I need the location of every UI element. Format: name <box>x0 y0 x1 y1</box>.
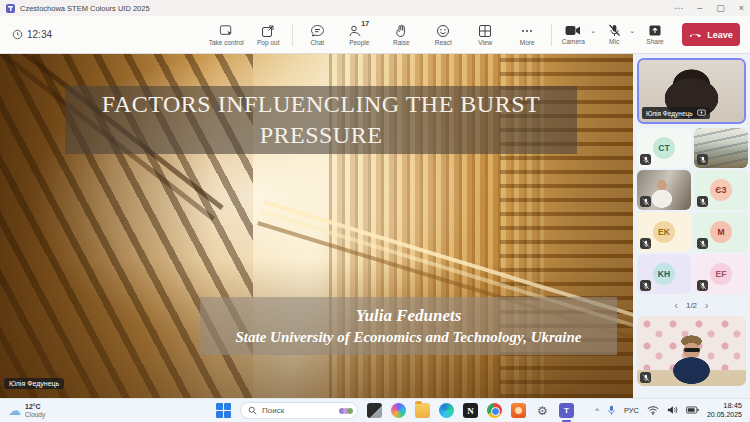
mic-chevron-icon[interactable]: ⌄ <box>629 27 635 35</box>
clock-icon <box>12 29 23 40</box>
participant-avatar: EK <box>653 221 675 243</box>
raise-hand-button[interactable]: Raise <box>381 24 421 46</box>
pagination-next-icon[interactable]: › <box>705 300 708 311</box>
minimize-icon[interactable]: – <box>697 3 702 13</box>
glasses-decor <box>684 348 700 352</box>
view-button[interactable]: View <box>465 24 505 46</box>
participant-tile[interactable]: CT <box>637 128 691 168</box>
sharer-name-badge: Юлія Федунець <box>4 378 64 389</box>
participant-avatar: EF <box>710 263 732 285</box>
react-button[interactable]: React <box>423 24 463 46</box>
self-video <box>637 316 746 386</box>
share-button[interactable]: Share <box>638 24 672 45</box>
titlebar-more-icon[interactable]: ⋯ <box>674 3 683 13</box>
tray-mic-icon[interactable] <box>607 405 616 416</box>
mic-off-badge <box>640 238 651 249</box>
take-control-button[interactable]: Take control <box>206 24 246 46</box>
self-view-tile[interactable] <box>637 316 746 386</box>
mic-off-badge <box>640 196 651 207</box>
participant-tile[interactable]: ЄЗ <box>694 170 748 210</box>
chat-icon <box>310 24 325 38</box>
cloud-icon: ☁ <box>8 403 21 418</box>
more-button[interactable]: More <box>507 24 547 46</box>
meeting-timer: 12:34 <box>12 29 52 40</box>
react-smiley-icon <box>436 24 450 38</box>
pop-out-button[interactable]: Pop out <box>248 24 288 46</box>
participant-tile[interactable]: M <box>694 212 748 252</box>
search-input[interactable]: Поиск <box>240 402 358 419</box>
speaker-icon[interactable] <box>667 405 678 415</box>
search-icon <box>248 406 257 415</box>
pagination-prev-icon[interactable]: ‹ <box>675 300 678 311</box>
start-button[interactable] <box>216 403 231 418</box>
slide-title: FACTORS INFLUENCLING THE BURST PRESSURE <box>65 86 577 154</box>
participant-tile[interactable]: EF <box>694 254 748 294</box>
participant-avatar: KH <box>653 263 675 285</box>
presenter-name: Yulia Fedunets <box>200 306 617 326</box>
presenting-icon <box>697 109 706 117</box>
edge-browser-icon[interactable] <box>439 403 454 418</box>
pagination-label: 1/2 <box>686 301 697 310</box>
task-view-icon[interactable] <box>367 403 382 418</box>
meeting-title: Czestochowa STEM Colours UID 2025 <box>20 4 150 13</box>
battery-icon[interactable] <box>686 406 699 414</box>
leave-button[interactable]: Leave <box>682 23 740 46</box>
camera-icon <box>565 24 581 37</box>
people-count-badge: 17 <box>361 20 369 27</box>
restore-icon[interactable]: ▢ <box>716 3 725 13</box>
copilot-icon[interactable] <box>391 403 406 418</box>
mic-muted-icon <box>608 24 621 37</box>
speaker-name-label: Юлія Федунець <box>642 107 710 119</box>
participants-pagination: ‹ 1/2 › <box>633 298 750 312</box>
mic-off-badge <box>640 280 651 291</box>
notion-icon[interactable]: N <box>463 403 478 418</box>
mic-off-badge <box>697 196 708 207</box>
meeting-toolbar: 12:34 Take control Pop out Chat 17 <box>0 16 750 54</box>
window-titlebar: Czestochowa STEM Colours UID 2025 ⋯ – ▢ … <box>0 0 750 16</box>
people-icon <box>348 24 362 38</box>
take-control-icon <box>219 24 234 38</box>
chat-button[interactable]: Chat <box>297 24 337 46</box>
pop-out-icon <box>261 24 275 38</box>
teams-taskbar-icon[interactable]: T <box>559 403 574 418</box>
participant-avatar: ЄЗ <box>710 179 732 201</box>
teams-logo-icon <box>6 4 15 13</box>
participant-avatar: CT <box>653 137 675 159</box>
search-highlight-icon <box>341 408 353 414</box>
close-icon[interactable]: × <box>739 3 744 13</box>
participant-avatar: M <box>710 221 732 243</box>
presenter-affiliation: State University of Economics and Techno… <box>200 329 617 346</box>
view-grid-icon <box>478 24 492 38</box>
active-speaker-tile[interactable]: Юлія Федунець <box>637 58 746 124</box>
shared-screen[interactable]: FACTORS INFLUENCLING THE BURST PRESSURE … <box>0 54 633 398</box>
participant-tile[interactable]: KH <box>637 254 691 294</box>
wifi-icon[interactable] <box>647 405 659 415</box>
language-indicator[interactable]: РУС <box>624 406 639 415</box>
tray-expand-icon[interactable]: ^ <box>595 406 599 415</box>
participant-tile[interactable]: EK <box>637 212 691 252</box>
camera-button[interactable]: Camera <box>556 24 590 45</box>
mic-off-badge <box>697 154 708 165</box>
file-explorer-icon[interactable] <box>415 403 430 418</box>
participant-tile[interactable] <box>637 170 691 210</box>
raise-hand-icon <box>395 24 408 38</box>
share-screen-icon <box>648 24 662 37</box>
weather-widget[interactable]: ☁ 12°C Cloudy <box>8 403 98 418</box>
mic-button[interactable]: Mic <box>599 24 629 45</box>
mic-off-badge <box>640 372 651 383</box>
leave-phone-icon <box>689 32 702 38</box>
mic-off-badge <box>697 238 708 249</box>
mic-off-badge <box>640 154 651 165</box>
camera-chevron-icon[interactable]: ⌄ <box>590 27 596 35</box>
more-dots-icon <box>520 24 534 38</box>
orange-app-icon[interactable] <box>511 403 526 418</box>
people-button[interactable]: 17 People <box>339 24 379 46</box>
slide-presenter-box: Yulia Fedunets State University of Econo… <box>200 297 617 355</box>
chrome-icon[interactable] <box>487 403 502 418</box>
settings-gear-icon[interactable]: ⚙ <box>535 403 550 418</box>
clock-widget[interactable]: 18:45 20.05.2025 <box>707 402 742 419</box>
participant-tile[interactable] <box>694 128 748 168</box>
mic-off-badge <box>697 280 708 291</box>
system-tray: ^ РУС 18:45 20.05.2025 <box>595 402 750 419</box>
windows-taskbar: ☁ 12°C Cloudy Поиск N ⚙ T ^ <box>0 398 750 422</box>
